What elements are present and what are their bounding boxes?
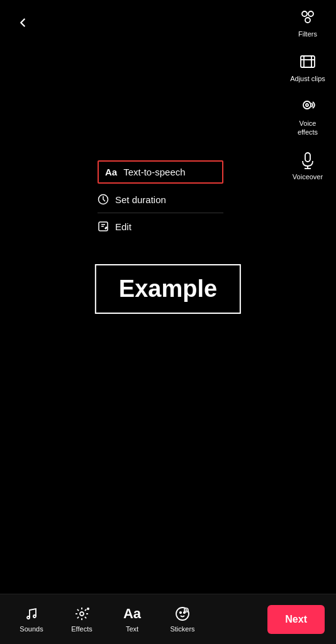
toolbar-item-text[interactable]: Aa Text [107,606,157,633]
toolbar-item-effects[interactable]: Effects [57,606,107,633]
sounds-icon [24,606,39,622]
edit-icon [98,221,109,232]
stickers-icon [175,606,190,622]
text-to-speech-icon: Aa [105,167,117,177]
svg-point-1 [308,11,313,16]
sounds-label: Sounds [20,625,43,633]
voice-effects-label: Voice effects [298,119,318,136]
sidebar-item-voiceover[interactable]: Voiceover [293,149,323,181]
sidebar-item-filters[interactable]: Filters [297,6,318,38]
svg-point-7 [303,101,311,109]
sidebar-item-adjust-clips[interactable]: Adjust clips [290,51,325,83]
svg-point-14 [27,616,30,619]
voice-effects-icon [297,96,318,117]
effects-label: Effects [71,625,92,633]
svg-point-19 [180,612,181,613]
bottom-toolbar: Sounds Effects [0,594,336,644]
adjust-clips-label: Adjust clips [290,75,325,83]
svg-point-15 [33,615,36,618]
text-icon: Aa [123,606,141,622]
toolbar-item-sounds[interactable]: Sounds [6,606,57,633]
svg-rect-9 [305,153,310,162]
text-box-content: Example [119,275,217,303]
toolbar-item-stickers[interactable]: Stickers [157,606,208,633]
text-box[interactable]: Example [95,264,241,314]
svg-point-17 [87,608,89,610]
edit-label: Edit [115,221,132,232]
svg-point-16 [80,612,84,616]
text-to-speech-label: Text-to-speech [123,167,185,177]
svg-rect-3 [301,56,315,67]
voiceover-label: Voiceover [293,173,323,181]
voiceover-icon [297,149,318,170]
svg-point-0 [302,11,307,16]
menu-item-text-to-speech[interactable]: Aa Text-to-speech [98,160,223,184]
text-label: Text [126,625,138,633]
right-sidebar: Filters Adjust clips Voice effects [286,6,330,181]
svg-point-2 [305,18,310,23]
menu-item-set-duration[interactable]: Set duration [98,186,223,213]
filters-label: Filters [298,30,317,38]
toolbar-items: Sounds Effects [6,606,267,633]
set-duration-label: Set duration [115,194,166,205]
effects-icon [74,606,89,622]
adjust-clips-icon [297,51,318,72]
sidebar-item-voice-effects[interactable]: Voice effects [297,96,318,136]
svg-point-20 [184,612,185,613]
back-button[interactable] [11,11,34,34]
set-duration-icon [98,194,109,205]
menu-item-edit[interactable]: Edit [98,213,223,240]
stickers-label: Stickers [170,625,194,633]
context-menu: Aa Text-to-speech Set duration Edit [98,160,223,240]
filters-icon [297,6,318,28]
next-button[interactable]: Next [267,605,325,634]
svg-point-8 [306,104,308,106]
